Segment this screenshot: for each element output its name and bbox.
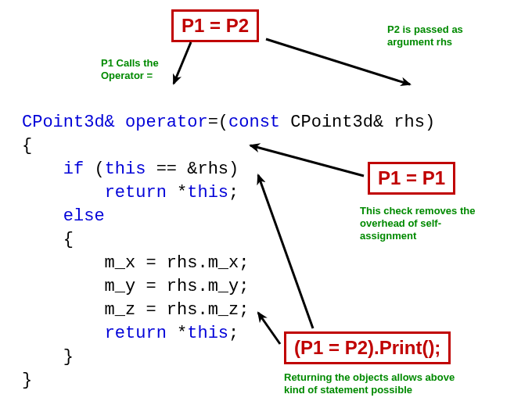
- callout-chained-print: (P1 = P2).Print();: [284, 331, 451, 364]
- code-token: ;: [228, 324, 239, 343]
- code-token: this: [187, 324, 228, 343]
- annotation-calls-operator: P1 Calls the Operator =: [101, 57, 159, 82]
- code-token: *: [167, 183, 187, 202]
- code-token: {: [22, 230, 74, 249]
- code-token: m_y = rhs.m_y;: [22, 277, 249, 296]
- code-token: =(: [208, 113, 228, 132]
- code-token: [22, 159, 63, 179]
- annotation-self-check: This check removes the overhead of self-…: [360, 205, 475, 242]
- callout-p1-equals-p1: P1 = P1: [368, 162, 455, 195]
- code-token: ;: [228, 183, 239, 202]
- code-token: (: [84, 159, 104, 179]
- code-token: {: [22, 136, 32, 156]
- callout-p1-equals-p2: P1 = P2: [171, 9, 259, 42]
- code-token: this: [105, 159, 146, 179]
- annotation-passed-as-arg: P2 is passed as argument rhs: [387, 23, 463, 48]
- code-token: operator: [125, 113, 208, 132]
- code-token: *: [167, 324, 187, 343]
- annotation-returning: Returning the objects allows above kind …: [284, 371, 455, 396]
- code-token: == &rhs): [146, 159, 239, 179]
- code-token: m_z = rhs.m_z;: [22, 300, 249, 320]
- code-token: else: [63, 206, 105, 226]
- code-token: CPoint3d& rhs): [280, 113, 435, 132]
- code-token: CPoint3d&: [22, 113, 115, 132]
- svg-line-0: [174, 42, 191, 84]
- code-token: return: [105, 183, 167, 202]
- code-token: m_x = rhs.m_x;: [22, 253, 249, 273]
- code-token: this: [187, 183, 228, 202]
- code-token: return: [105, 324, 167, 343]
- code-token: const: [228, 113, 280, 132]
- code-token: [22, 324, 105, 343]
- code-token: [22, 206, 63, 226]
- code-token: }: [22, 371, 32, 390]
- code-token: }: [22, 347, 74, 367]
- code-token: if: [63, 159, 84, 179]
- code-token: [22, 183, 105, 202]
